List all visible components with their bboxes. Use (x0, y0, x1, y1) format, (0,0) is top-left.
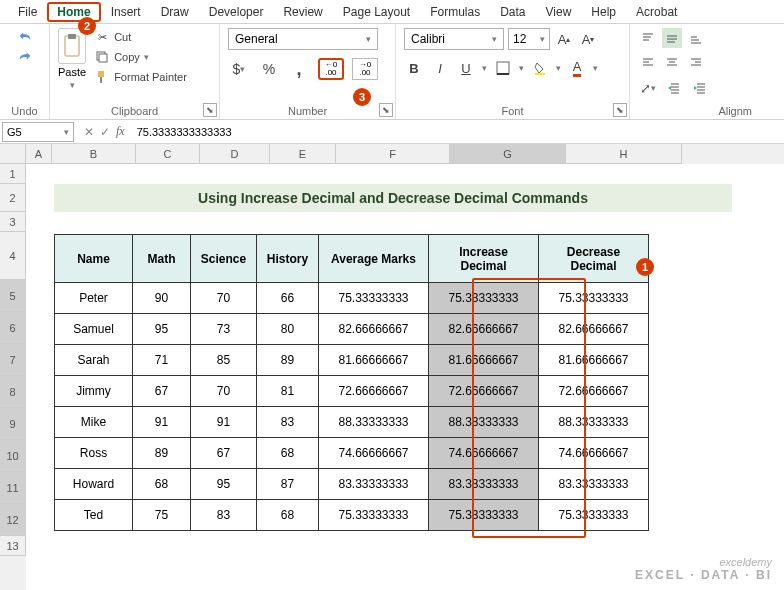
cell-dec[interactable]: 75.33333333 (539, 500, 649, 531)
cell-inc[interactable]: 88.33333333 (429, 407, 539, 438)
menu-view[interactable]: View (536, 2, 582, 22)
cell-avg[interactable]: 75.33333333 (319, 500, 429, 531)
font-color-button[interactable]: A (567, 58, 587, 78)
row-13[interactable]: 13 (0, 536, 26, 556)
cell-hist[interactable]: 80 (257, 314, 319, 345)
clipboard-launcher[interactable]: ⬊ (203, 103, 217, 117)
cell-sci[interactable]: 85 (191, 345, 257, 376)
redo-icon[interactable] (17, 48, 33, 64)
cell-dec[interactable]: 81.66666667 (539, 345, 649, 376)
row-7[interactable]: 7 (0, 344, 26, 376)
increase-indent-button[interactable] (690, 78, 710, 98)
align-bottom-button[interactable] (686, 28, 706, 48)
cell-avg[interactable]: 75.33333333 (319, 283, 429, 314)
cell-name[interactable]: Ross (55, 438, 133, 469)
cell-sci[interactable]: 83 (191, 500, 257, 531)
hdr-history[interactable]: History (257, 235, 319, 283)
cell-math[interactable]: 67 (133, 376, 191, 407)
percent-button[interactable]: % (258, 58, 280, 80)
menu-acrobat[interactable]: Acrobat (626, 2, 687, 22)
row-11[interactable]: 11 (0, 472, 26, 504)
row-10[interactable]: 10 (0, 440, 26, 472)
cell-name[interactable]: Peter (55, 283, 133, 314)
decrease-decimal-button[interactable]: →0.00 (352, 58, 378, 80)
increase-decimal-button[interactable]: ←0.00 (318, 58, 344, 80)
cell-avg[interactable]: 72.66666667 (319, 376, 429, 407)
cell-inc[interactable]: 82.66666667 (429, 314, 539, 345)
cell-avg[interactable]: 81.66666667 (319, 345, 429, 376)
cell-math[interactable]: 71 (133, 345, 191, 376)
cell-name[interactable]: Jimmy (55, 376, 133, 407)
cell-dec[interactable]: 74.66666667 (539, 438, 649, 469)
align-middle-button[interactable] (662, 28, 682, 48)
row-6[interactable]: 6 (0, 312, 26, 344)
align-top-button[interactable] (638, 28, 658, 48)
align-center-button[interactable] (662, 52, 682, 72)
formula-input[interactable]: 75.3333333333333 (131, 126, 784, 138)
col-A[interactable]: A (26, 144, 52, 164)
cell-sci[interactable]: 95 (191, 469, 257, 500)
cell-name[interactable]: Mike (55, 407, 133, 438)
cell-sci[interactable]: 73 (191, 314, 257, 345)
menu-help[interactable]: Help (581, 2, 626, 22)
select-all-corner[interactable] (0, 144, 26, 164)
menu-pagelayout[interactable]: Page Layout (333, 2, 420, 22)
cell-avg[interactable]: 83.33333333 (319, 469, 429, 500)
cancel-formula-icon[interactable]: ✕ (84, 125, 94, 139)
undo-icon[interactable] (17, 28, 33, 44)
cell-avg[interactable]: 82.66666667 (319, 314, 429, 345)
cell-avg[interactable]: 88.33333333 (319, 407, 429, 438)
align-right-button[interactable] (686, 52, 706, 72)
cell-hist[interactable]: 68 (257, 438, 319, 469)
fx-icon[interactable]: fx (116, 124, 125, 139)
worksheet-grid[interactable]: Using Increase Decimal and Decrease Deci… (26, 164, 784, 590)
menu-developer[interactable]: Developer (199, 2, 274, 22)
cell-sci[interactable]: 91 (191, 407, 257, 438)
cell-sci[interactable]: 70 (191, 283, 257, 314)
cell-dec[interactable]: 82.66666667 (539, 314, 649, 345)
cell-name[interactable]: Sarah (55, 345, 133, 376)
format-painter-button[interactable]: Format Painter (92, 68, 189, 86)
cell-dec[interactable]: 75.33333333 (539, 283, 649, 314)
menu-insert[interactable]: Insert (101, 2, 151, 22)
comma-button[interactable]: , (288, 58, 310, 80)
accounting-button[interactable]: $ ▾ (228, 58, 250, 80)
menu-review[interactable]: Review (273, 2, 332, 22)
row-8[interactable]: 8 (0, 376, 26, 408)
cell-inc[interactable]: 81.66666667 (429, 345, 539, 376)
cell-inc[interactable]: 83.33333333 (429, 469, 539, 500)
menu-formulas[interactable]: Formulas (420, 2, 490, 22)
hdr-avg[interactable]: Average Marks (319, 235, 429, 283)
cell-dec[interactable]: 72.66666667 (539, 376, 649, 407)
border-button[interactable] (493, 58, 513, 78)
cell-hist[interactable]: 83 (257, 407, 319, 438)
bold-button[interactable]: B (404, 58, 424, 78)
menu-draw[interactable]: Draw (151, 2, 199, 22)
cell-hist[interactable]: 81 (257, 376, 319, 407)
cell-sci[interactable]: 70 (191, 376, 257, 407)
row-4[interactable]: 4 (0, 232, 26, 280)
cell-math[interactable]: 75 (133, 500, 191, 531)
font-launcher[interactable]: ⬊ (613, 103, 627, 117)
accept-formula-icon[interactable]: ✓ (100, 125, 110, 139)
cell-math[interactable]: 89 (133, 438, 191, 469)
cell-dec[interactable]: 83.33333333 (539, 469, 649, 500)
number-format-select[interactable]: General▾ (228, 28, 378, 50)
font-name-select[interactable]: Calibri▾ (404, 28, 504, 50)
row-2[interactable]: 2 (0, 184, 26, 212)
menu-file[interactable]: File (8, 2, 47, 22)
hdr-dec[interactable]: Decrease Decimal (539, 235, 649, 283)
cell-inc[interactable]: 75.33333333 (429, 500, 539, 531)
cell-inc[interactable]: 75.33333333 (429, 283, 539, 314)
hdr-math[interactable]: Math (133, 235, 191, 283)
cell-math[interactable]: 90 (133, 283, 191, 314)
cell-math[interactable]: 91 (133, 407, 191, 438)
fill-color-button[interactable] (530, 58, 550, 78)
cell-hist[interactable]: 89 (257, 345, 319, 376)
row-3[interactable]: 3 (0, 212, 26, 232)
underline-button[interactable]: U (456, 58, 476, 78)
cell-sci[interactable]: 67 (191, 438, 257, 469)
cell-hist[interactable]: 68 (257, 500, 319, 531)
cell-math[interactable]: 68 (133, 469, 191, 500)
col-B[interactable]: B (52, 144, 136, 164)
